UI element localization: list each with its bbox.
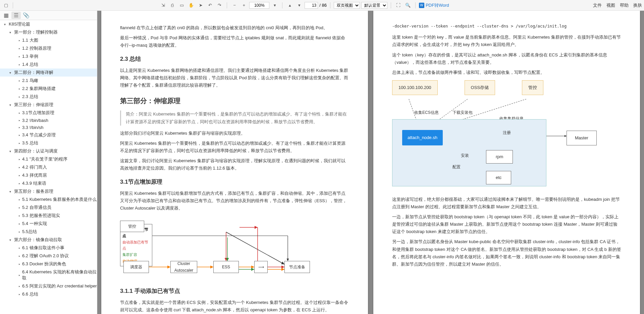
menu-help[interactable]: 帮助 <box>620 2 629 8</box>
outline-section[interactable]: ▾第六部分：镜像自动拉取 <box>0 236 97 244</box>
page-left: flanneld 在节点上创建了真的 cni0 的路由，所以数据包会被发送到目的… <box>101 11 368 314</box>
fullscreen-icon[interactable]: ⛶ <box>394 1 402 9</box>
toolbar: ▢ ⇲ ⎙ ▭ ✋ ➤ ↶ ↷ − + ▾ ▴ ▾ / 86 双页视图 默认背景… <box>0 0 644 11</box>
diagram-2: 收集ECS信息 下载安装包 收集集群信息 attach_node.sh 注册 M… <box>392 99 621 193</box>
hand-icon[interactable]: ✋ <box>187 1 195 9</box>
paragraph: 以上是阿里云 Kubernetes 集群网络的搭建和通信原理。我们主要通过网络搭… <box>120 67 349 89</box>
dropdown-icon[interactable]: ▾ <box>271 1 279 9</box>
outline-item[interactable]: ▸1.2 控制器原理 <box>0 44 97 52</box>
outline-item[interactable]: ▸5.2 自带通信员 <box>0 204 97 212</box>
view-mode-select[interactable]: 双页视图 <box>334 2 360 9</box>
zoom-input[interactable] <box>249 2 269 9</box>
paragraph: 最后一种情况，Pod 与非 Pod 网络的实体通信，需要经过节点上 iptabl… <box>120 34 349 49</box>
menu-view[interactable]: 视图 <box>606 2 615 8</box>
outline-item[interactable]: ▸4.1 "关在笼子里"的程序 <box>0 155 97 163</box>
outline-item[interactable]: ▸4.3.9 结束语 <box>0 179 97 187</box>
search-icon[interactable]: 🔍 <box>404 1 412 9</box>
quote: 简介：阿里云 Kubernetes 集群的一个重要特性，是集群的节点可以动态的增… <box>120 110 349 125</box>
tab-outline[interactable]: ☰ <box>11 12 21 19</box>
outline-item[interactable]: ▸3.5 总结 <box>0 139 97 147</box>
outline-item[interactable]: ▸6.1 镜像拉取这件小事 <box>0 244 97 252</box>
next-page-icon[interactable]: ▾ <box>295 1 303 9</box>
outline-item[interactable]: ▸2.3 总结 <box>0 93 97 101</box>
export-icon[interactable]: ⇲ <box>159 1 167 9</box>
pointer-icon[interactable]: ➤ <box>197 1 205 9</box>
diagram-1: 手动添加已有节点 自动添加已有节点 集群扩容 自动伸缩 管控 调度器 Clust… <box>120 217 349 281</box>
paragraph: 节点准备，其实就是把一个普通的 ECS 实例，安装配置成为一个 Kubernet… <box>120 299 349 314</box>
outline-item[interactable]: ▸4.2 得门而入 <box>0 163 97 171</box>
tab-thumbnails[interactable]: ▦ <box>1 12 11 19</box>
zoom-out-icon[interactable]: − <box>230 1 238 9</box>
menu-convert[interactable]: 换肤 <box>633 2 642 8</box>
page-input[interactable] <box>305 2 318 9</box>
code-line: -docker-version --token --endpoint --clu… <box>392 21 621 31</box>
outline-item[interactable]: ▸2.2 集群网络搭建 <box>0 85 97 93</box>
outline-item[interactable]: ▸6.2 理解 OAuth 2.0 协议 <box>0 252 97 260</box>
outline-item[interactable]: ▸6.6 总结 <box>0 290 97 298</box>
rotate-right-icon[interactable]: ↷ <box>215 1 223 9</box>
paragraph: 这部分我们讨论阿里云 Kubernetes 集群扩容与缩容的实现原理。 <box>120 130 349 137</box>
tab-attachments[interactable]: 📎 <box>21 12 31 19</box>
outline-section[interactable]: ▾第三部分：伸缩原理 <box>0 101 97 109</box>
paragraph: 这个 token（key）存在的价值，是其可以让 attach_node.sh … <box>392 51 621 66</box>
paragraph: 这里 token 是一个对的 key，而 value 是当前集群的基本信息。阿里… <box>392 34 621 48</box>
outline-item[interactable]: ▸4.3 择优而居 <box>0 171 97 179</box>
outline-item[interactable]: ▸1.4 总结 <box>0 60 97 69</box>
page-icon[interactable]: ▭ <box>178 1 186 9</box>
paragraph: 阿里云 Kubernetes 集群可以给集群增加节点的方式有，添加已有节点，集群… <box>120 190 349 212</box>
page-total: / 86 <box>319 3 327 8</box>
outline-item[interactable]: ▸2.1 鸟瞰 <box>0 77 97 85</box>
pdf-to-word-button[interactable]: W PDF转Word <box>419 2 449 8</box>
paragraph: 阿里云 Kubernetes 集群的一个重要特性，是集群的节点可以动态的增加或减… <box>120 140 349 154</box>
outline-section[interactable]: ▾第五部分：服务原理 <box>0 187 97 195</box>
pages-container: flanneld 在节点上创建了真的 cni0 的路由，所以数据包会被发送到目的… <box>97 11 644 314</box>
outline-item[interactable]: ▸5.5总结 <box>0 228 97 236</box>
word-icon: W <box>419 3 424 8</box>
paragraph: 一边，新加节点从管控处获取的 bootstrap token（与 openapi… <box>392 213 621 235</box>
page-right: -docker-version --token --endpoint --clu… <box>373 11 640 314</box>
heading: 2.3 总结 <box>120 54 349 64</box>
outline-section[interactable]: ▾第一部分：理解控制器 <box>0 28 97 36</box>
outline-section[interactable]: ▾第二部分：网络详解 <box>0 69 97 77</box>
outline-item[interactable]: ▸5.1 Kubernetes 集群服务的本质是什么 <box>0 195 97 204</box>
outline-item[interactable]: ▸3.2 !/bin/bash <box>0 117 97 124</box>
outline-item[interactable]: ▸6.5 阿里云实现的 Acr credential helper <box>0 282 97 290</box>
paragraph: 这篇文章，我们讨论阿里云 Kubernetes 集群扩容与缩容的实现原理，理解实… <box>120 157 349 172</box>
outline-item[interactable]: ▸5.4 一种实现 <box>0 220 97 228</box>
outline-tree: ▾K8S理论篇 ▾第一部分：理解控制器▸1.1 大图▸1.2 控制器原理▸1.3… <box>0 20 97 314</box>
zoom-in-icon[interactable]: + <box>240 1 248 9</box>
print-icon[interactable]: ⎙ <box>168 1 176 9</box>
sidebar: ▦ ☰ 📎 ▾K8S理论篇 ▾第一部分：理解控制器▸1.1 大图▸1.2 控制器… <box>0 11 97 314</box>
outline-item[interactable]: ▸1.3 举例 <box>0 52 97 60</box>
outline-item[interactable]: ▸3.4 节点减少原理 <box>0 131 97 139</box>
outline-item[interactable]: ▸1.1 大图 <box>0 36 97 44</box>
outline-root[interactable]: K8S理论篇 <box>9 21 30 27</box>
prev-page-icon[interactable]: ▴ <box>286 1 294 9</box>
background-select[interactable]: 默认背景 <box>361 2 387 9</box>
outline-item[interactable]: ▸3.3 !/bin/sh <box>0 124 97 131</box>
svg-line-1 <box>226 232 284 264</box>
outline-item[interactable]: ▸3.1节点增加原理 <box>0 109 97 117</box>
sidebar-toggle-icon[interactable]: ▢ <box>2 1 10 9</box>
paragraph: 这里的读写过程，绝大部分都很基础，大家可以通过阅读脚本来了解细节。唯一需要特别说… <box>392 196 621 211</box>
outline-item[interactable]: ▸6.3 Docker 扮演的角色 <box>0 260 97 268</box>
outline-section[interactable]: ▾第四部分：认证与调度 <box>0 147 97 155</box>
menu-file[interactable]: 文件 <box>593 2 602 8</box>
diagram-2-row: 100.100.100.200 OSS存储 管控 <box>392 80 621 95</box>
paragraph: 另一边，新加节点以匿名身份从 Master kube-public 命名空间中获… <box>392 238 621 268</box>
heading: 3.1节点增加原理 <box>120 177 349 187</box>
paragraph: 总体上来说，节点准备就做两件事情，读和写。读即数据收集，写即节点配置。 <box>392 69 621 76</box>
outline-item[interactable]: ▸5.3 把服务照进现实 <box>0 212 97 220</box>
paragraph: flanneld 在节点上创建了真的 cni0 的路由，所以数据包会被发送到目的… <box>120 24 349 32</box>
outline-item[interactable]: ▸6.4 Kubernetes 实现的私有镜像自动拉取 <box>0 268 97 282</box>
heading: 3.1.1 手动添加已有节点 <box>120 286 349 296</box>
heading: 第三部分：伸缩原理 <box>120 95 349 106</box>
rotate-left-icon[interactable]: ↶ <box>206 1 214 9</box>
